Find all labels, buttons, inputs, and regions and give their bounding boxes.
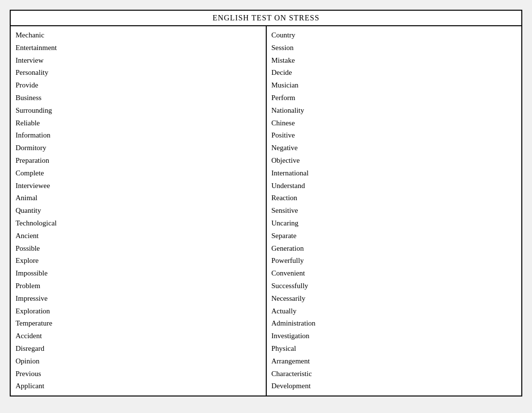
word-item-right-17: Generation bbox=[272, 242, 517, 255]
word-item-left-11: Complete bbox=[16, 167, 261, 180]
word-item-left-27: Previous bbox=[16, 368, 261, 380]
main-table: ENGLISH TEST ON STRESS MechanicEntertain… bbox=[10, 10, 522, 396]
word-item-left-22: Exploration bbox=[16, 305, 261, 318]
word-item-left-25: Disregard bbox=[16, 343, 261, 355]
word-item-right-3: Decide bbox=[272, 67, 517, 79]
word-item-right-24: Investigation bbox=[272, 330, 517, 343]
word-item-left-23: Temperature bbox=[16, 317, 261, 330]
word-item-right-14: Sensitive bbox=[272, 205, 517, 217]
word-item-right-19: Convenient bbox=[272, 267, 517, 280]
word-item-left-10: Preparation bbox=[16, 155, 261, 167]
word-item-right-1: Session bbox=[272, 42, 517, 54]
word-item-left-7: Reliable bbox=[16, 117, 261, 130]
word-item-left-4: Provide bbox=[16, 79, 261, 92]
word-item-right-0: Country bbox=[272, 29, 517, 42]
word-item-right-26: Arrangement bbox=[272, 355, 517, 368]
word-item-left-15: Technological bbox=[16, 217, 261, 230]
word-item-left-21: Impressive bbox=[16, 293, 261, 305]
word-item-right-16: Separate bbox=[272, 230, 517, 242]
word-item-right-18: Powerfully bbox=[272, 255, 517, 267]
word-item-right-9: Negative bbox=[272, 142, 517, 155]
word-item-left-17: Possible bbox=[16, 242, 261, 255]
word-item-right-4: Musician bbox=[272, 79, 517, 92]
word-item-left-2: Interview bbox=[16, 54, 261, 67]
word-item-right-6: Nationality bbox=[272, 104, 517, 117]
word-item-right-23: Administration bbox=[272, 317, 517, 330]
word-item-right-2: Mistake bbox=[272, 54, 517, 67]
word-item-left-14: Quantity bbox=[16, 205, 261, 217]
word-item-left-9: Dormitory bbox=[16, 142, 261, 155]
word-item-right-10: Objective bbox=[272, 155, 517, 167]
word-item-left-12: Interviewee bbox=[16, 180, 261, 192]
word-item-right-21: Necessarily bbox=[272, 293, 517, 305]
word-item-left-1: Entertainment bbox=[16, 42, 261, 54]
word-item-right-27: Characteristic bbox=[272, 368, 517, 380]
word-item-left-6: Surrounding bbox=[16, 104, 261, 117]
word-item-left-18: Explore bbox=[16, 255, 261, 267]
table-body: MechanicEntertainmentInterviewPersonalit… bbox=[11, 26, 521, 396]
word-item-left-8: Information bbox=[16, 129, 261, 142]
word-item-right-28: Development bbox=[272, 380, 517, 393]
column-left: MechanicEntertainmentInterviewPersonalit… bbox=[11, 26, 267, 396]
word-item-left-5: Business bbox=[16, 92, 261, 104]
word-item-left-24: Accident bbox=[16, 330, 261, 343]
word-item-right-15: Uncaring bbox=[272, 217, 517, 230]
table-title: ENGLISH TEST ON STRESS bbox=[11, 11, 521, 26]
word-item-right-22: Actually bbox=[272, 305, 517, 318]
word-item-right-20: Successfully bbox=[272, 280, 517, 293]
word-item-left-16: Ancient bbox=[16, 230, 261, 242]
word-item-right-7: Chinese bbox=[272, 117, 517, 130]
word-item-left-28: Applicant bbox=[16, 380, 261, 393]
word-item-left-19: Impossible bbox=[16, 267, 261, 280]
word-item-left-26: Opinion bbox=[16, 355, 261, 368]
word-item-right-5: Perform bbox=[272, 92, 517, 104]
word-item-right-25: Physical bbox=[272, 343, 517, 355]
word-item-right-12: Understand bbox=[272, 180, 517, 192]
word-item-left-0: Mechanic bbox=[16, 29, 261, 42]
word-item-left-3: Personality bbox=[16, 67, 261, 79]
word-item-right-8: Positive bbox=[272, 129, 517, 142]
word-item-left-20: Problem bbox=[16, 280, 261, 293]
word-item-left-13: Animal bbox=[16, 192, 261, 205]
column-right: CountrySessionMistakeDecideMusicianPerfo… bbox=[267, 26, 522, 396]
word-item-right-13: Reaction bbox=[272, 192, 517, 205]
word-item-right-11: International bbox=[272, 167, 517, 180]
